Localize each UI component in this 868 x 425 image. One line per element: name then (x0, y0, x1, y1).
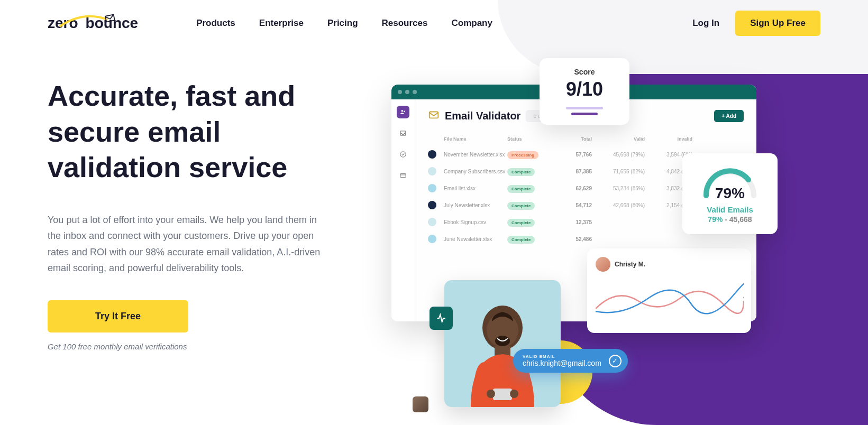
email-pill-value: chris.knight@gmail.com (523, 359, 601, 367)
svg-point-10 (474, 362, 494, 404)
check-circle-icon: ✓ (609, 355, 622, 367)
avatar-thumbnail-icon (413, 396, 428, 412)
hero-section: Accurate, fast and secure email validati… (0, 47, 868, 351)
header-actions: Log In Sign Up Free (692, 11, 820, 36)
svg-point-14 (510, 390, 518, 398)
main-nav: Products Enterprise Pricing Resources Co… (196, 18, 492, 29)
nav-company[interactable]: Company (451, 18, 492, 29)
nav-resources[interactable]: Resources (382, 18, 428, 29)
hero-content: Accurate, fast and secure email validati… (48, 73, 344, 351)
header: zero bounce Products Enterprise Pricing … (0, 0, 868, 47)
nav-products[interactable]: Products (196, 18, 235, 29)
logo[interactable]: zero bounce (48, 15, 138, 32)
email-pill: VALID EMAIL chris.knight@gmail.com ✓ (513, 349, 628, 373)
hero-subtext: Get 100 free monthly email verifications (48, 342, 344, 351)
login-button[interactable]: Log In (692, 18, 719, 29)
email-pill-label: VALID EMAIL (523, 354, 601, 359)
hero-title: Accurate, fast and secure email validati… (48, 78, 344, 186)
cta-button[interactable]: Try It Free (48, 300, 188, 332)
nav-enterprise[interactable]: Enterprise (259, 18, 304, 29)
signup-button[interactable]: Sign Up Free (735, 11, 820, 36)
nav-pricing[interactable]: Pricing (327, 18, 358, 29)
hero-description: You put a lot of effort into your emails… (48, 212, 323, 276)
svg-rect-12 (493, 389, 512, 400)
svg-point-13 (487, 390, 495, 398)
